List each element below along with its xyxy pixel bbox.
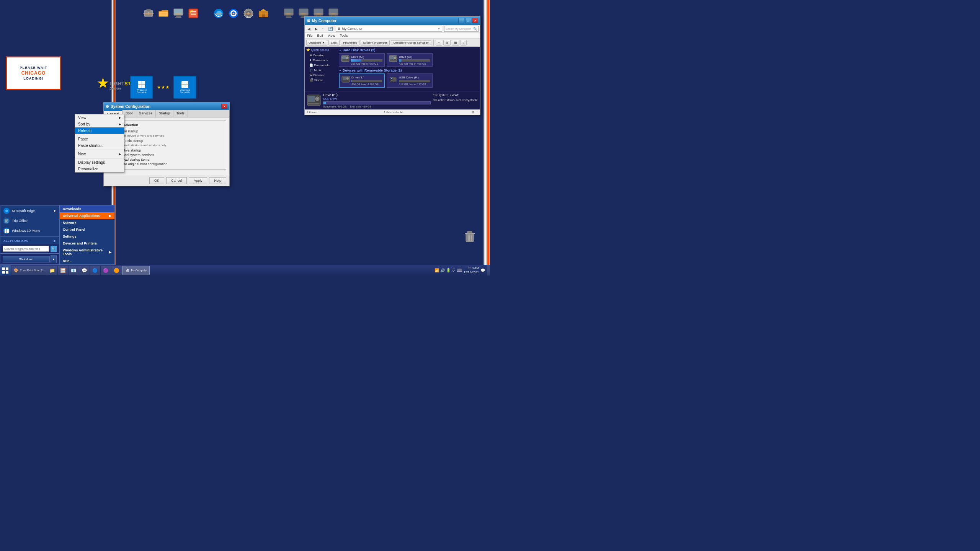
pictures-nav[interactable]: 🖼 Pictures xyxy=(306,73,335,78)
devices-printers-item[interactable]: Devices and Printers xyxy=(60,240,114,247)
desktop-icon-app[interactable] xyxy=(256,2,270,19)
eject-button[interactable]: Eject xyxy=(328,40,340,46)
documents-nav[interactable]: 📄 Documents xyxy=(306,63,335,68)
tab-startup[interactable]: Startup xyxy=(156,110,173,117)
view-toggle-large[interactable]: ▦ xyxy=(452,40,459,46)
system-properties-button[interactable]: System properties xyxy=(361,40,390,46)
desktop-icon-briefcase[interactable] xyxy=(142,2,155,19)
tools-menu[interactable]: Tools xyxy=(339,33,348,38)
up-button[interactable]: ↑ xyxy=(321,27,325,31)
usb-drive-f[interactable]: USB Drive (F:) 117 GB free of 117 GB xyxy=(387,73,433,88)
diagnostic-startup-sublabel: Load basic devices and services only xyxy=(116,143,223,147)
back-button[interactable]: ◀ xyxy=(306,27,312,31)
run-item[interactable]: Run... xyxy=(60,258,114,264)
downloads-nav[interactable]: ⬇ Downloads xyxy=(306,58,335,63)
start-menu-edge[interactable]: Microsoft Edge ▶ xyxy=(0,206,59,216)
start-menu-win10[interactable]: Windows 10 Menu xyxy=(0,226,59,236)
taskbar-app7[interactable]: 🟣 xyxy=(101,266,111,275)
search-programs-input[interactable] xyxy=(3,246,49,252)
network-tray-icon[interactable]: 📶 xyxy=(434,268,439,272)
ctx-paste-shortcut[interactable]: Paste shortcut xyxy=(75,142,124,149)
desktop-icon-comp2[interactable] xyxy=(282,2,296,19)
show-desktop-button[interactable] xyxy=(487,265,490,276)
taskbar-mycomputer[interactable]: 🖥 My Computer xyxy=(122,266,150,275)
maximize-button[interactable]: □ xyxy=(465,18,471,23)
view-icon1[interactable]: ⊞ xyxy=(472,111,474,114)
shutdown-arrow-button[interactable]: ▲ xyxy=(51,255,57,263)
taskbar-app4[interactable]: 📧 xyxy=(69,266,79,275)
search-bar[interactable]: Search My Computer 🔍 xyxy=(444,26,479,32)
forward-button[interactable]: ▶ xyxy=(314,27,319,31)
notification-icon[interactable]: 💬 xyxy=(480,268,485,272)
start-menu-trio[interactable]: Trio Office xyxy=(0,216,59,226)
ctx-refresh[interactable]: Refresh xyxy=(75,127,124,134)
refresh-button[interactable]: 🔄 xyxy=(327,27,334,31)
minimize-button[interactable]: ─ xyxy=(458,18,464,23)
start-button[interactable] xyxy=(0,265,11,276)
drive-e[interactable]: Drive (E:) 496 GB free of 499 GB xyxy=(339,73,385,88)
view-menu[interactable]: View xyxy=(327,33,336,38)
file-menu[interactable]: File xyxy=(306,33,314,38)
desktop-icon-pro[interactable]: Pro xyxy=(242,2,255,19)
tab-tools[interactable]: Tools xyxy=(173,110,188,117)
drive-d[interactable]: Drive (D:) 426 GB free of 465 GB xyxy=(387,53,433,67)
clock[interactable]: 8:13 AM 12/21/2021 xyxy=(464,266,479,274)
desktop-nav[interactable]: 🖥 Desktop xyxy=(306,53,335,58)
admin-tools-item[interactable]: Windows Administrative Tools ▶ xyxy=(60,247,114,258)
shutdown-button[interactable]: Shut down xyxy=(3,256,50,262)
view-toggle-list[interactable]: ≡ xyxy=(436,40,442,46)
ctx-display[interactable]: Display settings xyxy=(75,159,124,166)
ctx-paste[interactable]: Paste xyxy=(75,136,124,142)
music-nav[interactable]: 🎵 Music xyxy=(306,68,335,73)
volume-tray-icon[interactable]: 🔊 xyxy=(440,268,445,272)
tab-boot[interactable]: Boot xyxy=(122,110,136,117)
help-button[interactable]: Help xyxy=(209,177,226,184)
ctx-sort[interactable]: Sort by ▶ xyxy=(75,121,124,127)
taskbar-app8[interactable]: 🟠 xyxy=(111,266,122,275)
ok-button[interactable]: OK xyxy=(149,177,164,184)
address-bar[interactable]: 🖥 My Computer ▼ xyxy=(336,26,442,32)
desktop-icon-folder[interactable] xyxy=(157,2,170,19)
edit-menu[interactable]: Edit xyxy=(317,33,324,38)
keyboard-tray-icon[interactable]: ⌨ xyxy=(457,268,462,272)
search-programs-button[interactable]: 🔍 xyxy=(51,246,57,252)
desktop-icon-checklist[interactable] xyxy=(186,2,200,19)
taskbar-corel[interactable]: 🎨 Corel Paint Shop P... xyxy=(11,266,47,275)
address-dropdown[interactable]: ▼ xyxy=(437,27,441,31)
control-panel-item[interactable]: Control Panel xyxy=(60,226,114,233)
universal-apps-item[interactable]: Universal Applications ▶ xyxy=(60,212,114,219)
battery-tray-icon[interactable]: 🔋 xyxy=(446,268,451,272)
view-icon2[interactable]: ☰ xyxy=(475,111,478,114)
security-tray-icon[interactable]: 🛡 xyxy=(452,268,456,272)
win10-badge[interactable]: Windows10Compatible xyxy=(130,76,153,99)
uninstall-button[interactable]: Uninstall or change a program xyxy=(391,40,431,45)
recycle-bin[interactable] xyxy=(463,230,477,245)
help-button[interactable]: ? xyxy=(461,40,467,46)
drive-c[interactable]: Drive (C:) 318 GB free of 475 GB xyxy=(339,53,385,67)
view-toggle-grid[interactable]: ⊞ xyxy=(443,40,451,46)
close-button[interactable]: ✕ xyxy=(472,18,478,23)
taskbar-chat[interactable]: 💬 xyxy=(79,266,90,275)
taskbar-app2[interactable]: 📁 xyxy=(47,266,57,275)
tab-services[interactable]: Services xyxy=(136,110,156,117)
syscfg-close-button[interactable]: ✕ xyxy=(221,104,227,109)
ctx-personalize[interactable]: Personalize xyxy=(75,166,124,172)
organize-button[interactable]: Organize ▼ xyxy=(306,40,327,46)
videos-nav[interactable]: 🎬 Videos xyxy=(306,78,335,83)
desktop-icon-thunderbird[interactable] xyxy=(227,2,240,19)
all-programs-row[interactable]: ALL PROGRAMS ▶ xyxy=(0,238,59,244)
apply-button[interactable]: Apply xyxy=(189,177,207,184)
taskbar-app6[interactable]: 🔵 xyxy=(90,266,100,275)
win11-badge[interactable]: Windows11Compatible xyxy=(173,76,196,99)
win10-menu-icon xyxy=(3,228,10,234)
ctx-new[interactable]: New ▶ xyxy=(75,151,124,157)
taskbar-win[interactable]: 🪟 xyxy=(58,266,68,275)
properties-button[interactable]: Properties xyxy=(341,40,359,46)
network-item[interactable]: Network xyxy=(60,219,114,226)
desktop-icon-edge[interactable] xyxy=(212,2,225,19)
cancel-button[interactable]: Cancel xyxy=(166,177,187,184)
ctx-view[interactable]: View ▶ xyxy=(75,114,124,121)
drive-e-fill xyxy=(351,80,352,82)
desktop-icon-computer[interactable] xyxy=(172,2,185,19)
settings-item[interactable]: Settings xyxy=(60,233,114,240)
